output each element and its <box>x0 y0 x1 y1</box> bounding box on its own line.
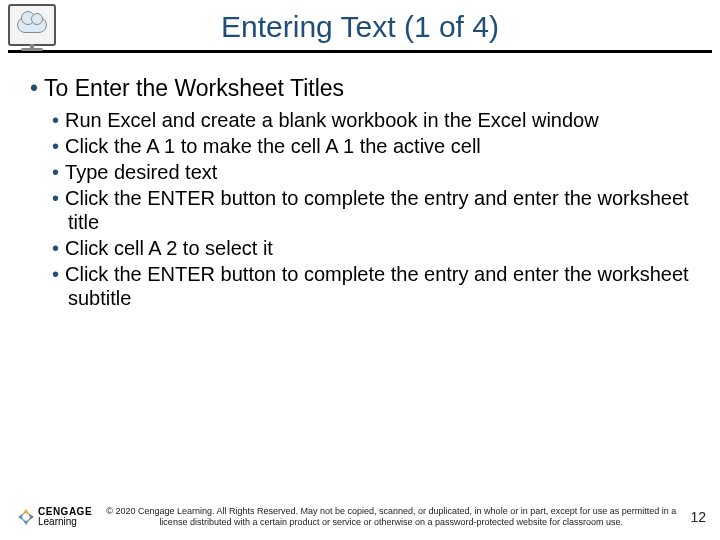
brand-sub: Learning <box>38 517 92 527</box>
list-item: •Click cell A 2 to select it <box>30 236 690 260</box>
footer: CENGAGE Learning © 2020 Cengage Learning… <box>0 506 720 528</box>
list-item: •Type desired text <box>30 160 690 184</box>
copyright-text: © 2020 Cengage Learning. All Rights Rese… <box>92 506 690 528</box>
list-item: •Click the A 1 to make the cell A 1 the … <box>30 134 690 158</box>
page-number: 12 <box>690 509 706 525</box>
section-heading: •To Enter the Worksheet Titles <box>30 75 690 102</box>
list-item: •Run Excel and create a blank workbook i… <box>30 108 690 132</box>
list-item: •Click the ENTER button to complete the … <box>30 262 690 310</box>
logo-mark-icon <box>18 509 34 525</box>
slide-content: •To Enter the Worksheet Titles •Run Exce… <box>0 53 720 310</box>
cengage-logo: CENGAGE Learning <box>18 507 92 527</box>
monitor-cloud-icon <box>8 4 56 46</box>
heading-text: To Enter the Worksheet Titles <box>44 75 344 101</box>
slide-title: Entering Text (1 of 4) <box>0 10 720 44</box>
svg-marker-3 <box>22 519 30 525</box>
list-item: •Click the ENTER button to complete the … <box>30 186 690 234</box>
